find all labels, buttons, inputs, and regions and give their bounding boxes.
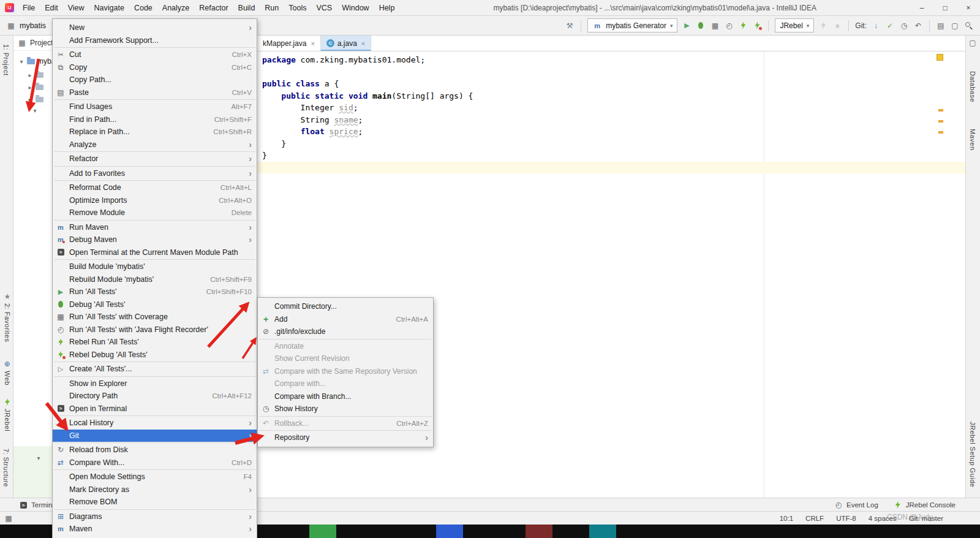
search-icon[interactable] (964, 21, 974, 31)
tool-window-icon[interactable] (968, 38, 978, 48)
toolbar-project[interactable]: mybatis (6, 21, 46, 31)
open-module-icon[interactable] (936, 21, 946, 31)
stripe-button-jrebel[interactable]: JRebel (2, 397, 12, 431)
stripe-button-maven[interactable]: Maven (969, 129, 976, 151)
context-menu-item-remove-module[interactable]: Remove ModuleDelete (53, 206, 257, 219)
git-history-icon[interactable] (899, 21, 909, 31)
stripe-button-2-favorites[interactable]: 2: Favorites (2, 292, 12, 342)
context-menu-item-create-all-tests[interactable]: Create 'All Tests'... (53, 363, 257, 376)
close-button[interactable]: × (957, 0, 980, 16)
context-menu-item-find-in-path[interactable]: Find in Path...Ctrl+Shift+F (53, 113, 257, 126)
build-hammer-icon[interactable] (565, 21, 575, 31)
stripe-button-database[interactable]: Database (969, 71, 976, 102)
tree-item[interactable]: ▾ (32, 104, 38, 116)
taskbar-app-button[interactable] (436, 525, 463, 538)
close-tab-icon[interactable]: × (361, 40, 365, 47)
layout-icon[interactable] (950, 21, 960, 31)
menubar-item-view[interactable]: View (63, 0, 89, 15)
git-submenu-item-commit-directory[interactable]: Commit Directory... (258, 300, 433, 313)
context-menu-item-copy-path[interactable]: Copy Path... (53, 74, 257, 86)
jrebel-select[interactable]: JRebel▾ (775, 18, 814, 32)
event-log-button[interactable]: ◴ Event Log (834, 500, 878, 510)
git-revert-icon[interactable] (913, 21, 923, 31)
context-menu-item-rebuild-module-mybatis[interactable]: Rebuild Module 'mybatis'Ctrl+Shift+F9 (53, 273, 257, 286)
git-submenu-item-compare-with-branch[interactable]: Compare with Branch... (258, 390, 433, 403)
context-menu-item-cut[interactable]: CutCtrl+X (53, 48, 257, 61)
menubar-item-file[interactable]: File (18, 0, 40, 15)
context-menu-item-debug-maven[interactable]: Debug Maven› (53, 233, 257, 246)
context-menu-item-optimize-imports[interactable]: Optimize ImportsCtrl+Alt+O (53, 194, 257, 207)
error-stripe-file-mark[interactable] (937, 54, 943, 61)
menubar-item-window[interactable]: Window (337, 0, 374, 15)
context-menu-item-debug-all-tests[interactable]: Debug 'All Tests' (53, 298, 257, 311)
context-menu-item-reformat-code[interactable]: Reformat CodeCtrl+Alt+L (53, 181, 257, 194)
git-submenu-item-git-info-exclude[interactable]: .git/info/exclude (258, 325, 433, 338)
rebel-debug-icon[interactable] (752, 21, 762, 31)
menubar-item-build[interactable]: Build (233, 0, 260, 15)
chevron-down-icon[interactable]: ▾ (36, 455, 42, 461)
taskbar-app-button[interactable] (589, 525, 616, 538)
warning-stripe-mark[interactable] (938, 109, 943, 112)
context-menu-item-replace-in-path[interactable]: Replace in Path...Ctrl+Shift+R (53, 126, 257, 138)
context-menu-item-diagrams[interactable]: Diagrams› (53, 510, 257, 523)
editor-tab-kmapper-java[interactable]: kMapper.java× (257, 36, 321, 51)
context-menu-item-git[interactable]: Git› (53, 430, 257, 442)
menubar-item-refactor[interactable]: Refactor (194, 0, 233, 15)
run-config-select[interactable]: mybatis Generator▾ (587, 18, 677, 32)
context-menu-item-analyze[interactable]: Analyze› (53, 138, 257, 151)
context-menu-item-find-usages[interactable]: Find UsagesAlt+F7 (53, 100, 257, 113)
rebel-sync-icon[interactable] (818, 21, 828, 31)
context-menu-item-maven[interactable]: Maven› (53, 523, 257, 536)
coverage-icon[interactable] (710, 21, 720, 31)
git-submenu-item-show-history[interactable]: Show History (258, 403, 433, 415)
stop-icon[interactable] (832, 21, 842, 31)
stripe-button-1-project[interactable]: 1: Project (2, 44, 10, 75)
context-menu-item-run-all-tests-with-java-flight-recorder[interactable]: Run 'All Tests' with 'Java Flight Record… (53, 324, 257, 336)
git-commit-icon[interactable] (885, 21, 895, 31)
context-menu-item-open-in-terminal[interactable]: Open in Terminal (53, 403, 257, 415)
tree-item[interactable]: ▸ (27, 69, 46, 81)
context-menu-item-local-history[interactable]: Local History› (53, 417, 257, 430)
context-menu-item-mark-directory-as[interactable]: Mark Directory as› (53, 483, 257, 496)
context-menu-item-directory-path[interactable]: Directory PathCtrl+Alt+F12 (53, 390, 257, 403)
menubar-item-analyze[interactable]: Analyze (157, 0, 194, 15)
profiler-icon[interactable] (724, 21, 734, 31)
context-menu-item-paste[interactable]: PasteCtrl+V (53, 86, 257, 99)
context-menu-item-build-module-mybatis[interactable]: Build Module 'mybatis' (53, 260, 257, 273)
warning-stripe-mark[interactable] (938, 131, 943, 134)
menubar-item-run[interactable]: Run (260, 0, 284, 15)
context-menu-item-run-all-tests[interactable]: Run 'All Tests'Ctrl+Shift+F10 (53, 286, 257, 298)
menubar-item-navigate[interactable]: Navigate (89, 0, 129, 15)
tree-item[interactable]: ▸ (27, 93, 46, 105)
menubar-item-tools[interactable]: Tools (284, 0, 311, 15)
git-submenu-item-add[interactable]: AddCtrl+Alt+A (258, 313, 433, 326)
debug-icon[interactable] (696, 21, 706, 31)
context-menu-item-open-module-settings[interactable]: Open Module SettingsF4 (53, 471, 257, 483)
warning-stripe-mark[interactable] (938, 120, 943, 123)
context-menu-item-rebel-debug-all-tests[interactable]: Rebel Debug 'All Tests' (53, 349, 257, 362)
jrebel-console-button[interactable]: JRebel Console (893, 500, 956, 510)
tool-window-switcher-icon[interactable]: ▦ (4, 513, 13, 523)
editor-tab-a-java[interactable]: a.java× (321, 36, 371, 51)
menubar-item-edit[interactable]: Edit (40, 0, 63, 15)
context-menu-item-remove-bom[interactable]: Remove BOM (53, 496, 257, 509)
stripe-button-jrebel-setup-guide[interactable]: JRebel Setup Guide (969, 422, 976, 487)
context-menu-item-run-all-tests-with-coverage[interactable]: Run 'All Tests' with Coverage (53, 311, 257, 324)
run-icon[interactable] (682, 21, 692, 31)
stripe-button-web[interactable]: Web (2, 359, 12, 385)
line-separator[interactable]: CRLF (805, 515, 824, 522)
context-menu-item-copy[interactable]: CopyCtrl+C (53, 61, 257, 74)
taskbar-app-button[interactable] (309, 525, 336, 538)
context-menu-item-add-to-favorites[interactable]: Add to Favorites› (53, 167, 257, 180)
context-menu-item-refactor[interactable]: Refactor› (53, 153, 257, 165)
context-menu-item-new[interactable]: New› (53, 21, 257, 34)
file-encoding[interactable]: UTF-8 (836, 515, 856, 522)
git-update-icon[interactable] (871, 21, 881, 31)
maximize-button[interactable]: □ (933, 0, 957, 16)
context-menu-item-compare-with[interactable]: Compare With...Ctrl+D (53, 457, 257, 469)
menubar-item-vcs[interactable]: VCS (311, 0, 337, 15)
context-menu-item-run-maven[interactable]: Run Maven› (53, 221, 257, 234)
context-menu-item-rebel-run-all-tests[interactable]: Rebel Run 'All Tests' (53, 336, 257, 349)
context-menu-item-open-terminal-at-the-current-maven-module-path[interactable]: Open Terminal at the Current Maven Modul… (53, 246, 257, 259)
menubar-item-code[interactable]: Code (129, 0, 157, 15)
